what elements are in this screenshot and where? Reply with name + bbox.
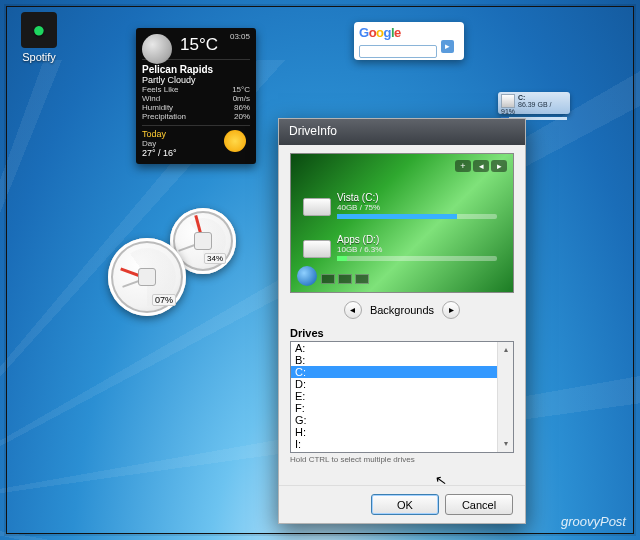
drive-list-item[interactable]: A: [291, 342, 513, 354]
precip-label: Precipitation [142, 112, 186, 121]
drive-list-item[interactable]: G: [291, 414, 513, 426]
preview-next-button[interactable]: ▸ [491, 160, 507, 172]
cpu-gauge[interactable]: 07% [108, 238, 186, 316]
cancel-button[interactable]: Cancel [445, 494, 513, 515]
preview-drive-bar [337, 256, 497, 261]
weather-clock: 03:05 [230, 32, 250, 41]
gauge-hub-icon [138, 268, 156, 286]
drive-list-item[interactable]: I: [291, 438, 513, 450]
preview-drive-row: Vista (C:) 40GB / 75% [337, 192, 497, 224]
bg-prev-button[interactable]: ◂ [344, 301, 362, 319]
drive-mini-gadget[interactable]: C: 86.39 GB / 91% [498, 92, 570, 114]
hdd-icon [303, 240, 331, 258]
listbox-scrollbar[interactable]: ▴ ▾ [497, 342, 513, 452]
spotify-icon: ● [21, 12, 57, 48]
drive-list-item[interactable]: C: [291, 366, 513, 378]
start-orb-icon [297, 266, 317, 286]
ram-percent: 34% [204, 253, 226, 264]
sun-icon [224, 130, 246, 152]
driveinfo-dialog: DriveInfo + ◂ ▸ Vista (C:) 40GB / 75% Ap… [278, 118, 526, 524]
drive-list-item[interactable]: D: [291, 378, 513, 390]
background-preview: + ◂ ▸ Vista (C:) 40GB / 75% Apps (D:) 10… [290, 153, 514, 293]
scroll-down-button[interactable]: ▾ [498, 436, 513, 452]
preview-drive-name: Apps (D:) [337, 234, 497, 245]
scroll-up-button[interactable]: ▴ [498, 342, 513, 358]
preview-drive-stats: 10GB / 6.3% [337, 245, 497, 254]
humidity-value: 86% [234, 103, 250, 112]
drives-listbox[interactable]: A:B:C:D:E:F:G:H:I:J: ▴ ▾ [290, 341, 514, 453]
weather-gadget[interactable]: 03:05 15°C Pelican Rapids Partly Cloudy … [136, 28, 256, 164]
drive-list-item[interactable]: H: [291, 426, 513, 438]
preview-drive-bar [337, 214, 497, 219]
precip-value: 20% [234, 112, 250, 121]
desktop-icon-label: Spotify [10, 51, 68, 63]
preview-drive-row: Apps (D:) 10GB / 6.3% [337, 234, 497, 266]
drive-list-item[interactable]: J: [291, 450, 513, 453]
feels-value: 15°C [232, 85, 250, 94]
google-search-gadget[interactable]: Google ▸ [354, 22, 464, 60]
desktop-icon-spotify[interactable]: ● Spotify [10, 12, 68, 63]
dialog-titlebar[interactable]: DriveInfo [279, 119, 525, 145]
gauge-hub-icon [194, 232, 212, 250]
google-search-button[interactable]: ▸ [441, 40, 454, 53]
watermark: groovyPost [561, 514, 626, 530]
drive-list-item[interactable]: B: [291, 354, 513, 366]
preview-drive-stats: 40GB / 75% [337, 203, 497, 212]
hdd-icon [501, 94, 515, 108]
hdd-icon [303, 198, 331, 216]
preview-drive-name: Vista (C:) [337, 192, 497, 203]
wind-value: 0m/s [233, 94, 250, 103]
backgrounds-label: Backgrounds [370, 304, 434, 316]
google-logo: Google [359, 25, 459, 40]
weather-condition: Partly Cloudy [142, 75, 250, 85]
drive-list-item[interactable]: E: [291, 390, 513, 402]
bg-next-button[interactable]: ▸ [442, 301, 460, 319]
preview-tiles [321, 274, 369, 284]
preview-add-button[interactable]: + [455, 160, 471, 172]
dialog-title: DriveInfo [289, 124, 337, 138]
drives-section-label: Drives [290, 327, 514, 339]
feels-label: Feels Like [142, 85, 178, 94]
drive-list-item[interactable]: F: [291, 402, 513, 414]
google-search-input[interactable] [359, 45, 437, 58]
preview-prev-button[interactable]: ◂ [473, 160, 489, 172]
moon-icon [142, 34, 172, 64]
cpu-percent: 07% [152, 294, 176, 306]
wind-label: Wind [142, 94, 160, 103]
weather-location: Pelican Rapids [142, 64, 250, 75]
ok-button[interactable]: OK [371, 494, 439, 515]
drives-hint: Hold CTRL to select multiple drives [290, 455, 514, 464]
humidity-label: Humidity [142, 103, 173, 112]
